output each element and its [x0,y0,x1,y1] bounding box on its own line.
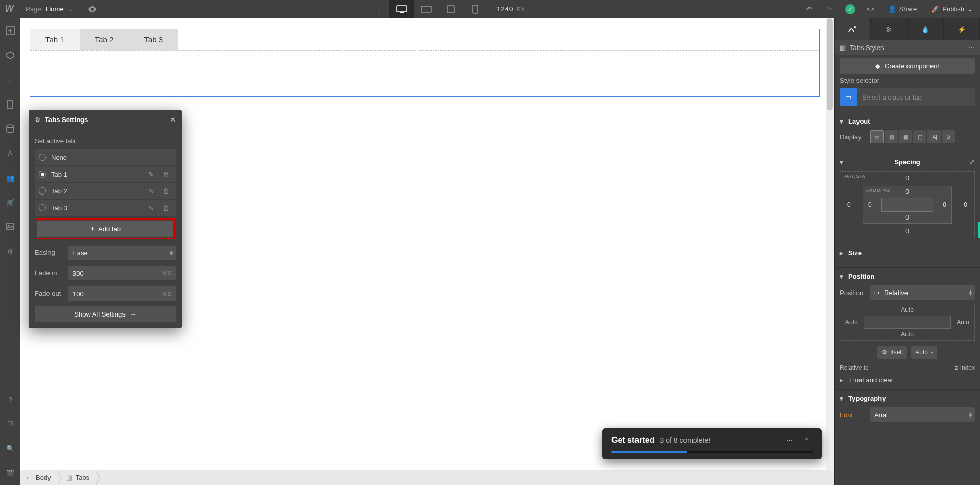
tab-link-3[interactable]: Tab 3 [129,29,178,50]
more-icon[interactable]: ⋮ [369,5,389,13]
active-tab-option-none[interactable]: None [35,149,176,165]
active-tab-option-1[interactable]: Tab 1 ✎ 🗑 [35,166,176,182]
active-tab-option-2[interactable]: Tab 2 ✎ 🗑 [35,183,176,199]
settings-icon[interactable]: ⚙ [0,239,20,263]
navigator-icon[interactable]: ≡ [0,67,20,92]
pages-icon[interactable] [0,92,20,116]
display-grid-icon[interactable]: ▦ [899,130,912,143]
padding-left-value[interactable]: 0 [868,201,872,208]
fade-out-input[interactable]: 100 MS [68,286,176,301]
webflow-logo-icon[interactable]: W [0,0,18,18]
preview-icon[interactable] [81,6,104,12]
position-select[interactable]: ↦ Relative ▴▾ [870,285,975,300]
section-heading-spacing[interactable]: Spacing [894,158,920,166]
help-icon[interactable]: ? [0,387,20,411]
device-desktop-icon[interactable] [389,0,414,18]
share-button[interactable]: 👤 Share [881,0,924,18]
show-all-settings-button[interactable]: Show All Settings → [35,306,176,322]
margin-bottom-value[interactable]: 0 [905,228,909,235]
size-section[interactable]: Size [835,244,980,267]
panel-tab-effects-icon[interactable]: ⚡ [944,18,980,40]
tab-content[interactable] [30,51,819,96]
cart-icon[interactable]: 🛒 [0,190,20,214]
offset-top[interactable]: Auto [901,306,914,313]
ecommerce-icon[interactable]: Å [0,141,20,165]
tabs-element[interactable]: Tab 1 Tab 2 Tab 3 [30,29,820,97]
panel-tab-interactions-icon[interactable]: 💧 [908,18,944,40]
offset-bottom[interactable]: Auto [901,331,914,338]
canvas-scrollbar[interactable] [826,18,834,485]
radio-icon[interactable] [39,204,46,211]
spacing-expand-icon[interactable]: ⤢ [969,158,975,166]
trash-icon[interactable]: 🗑 [161,171,172,178]
margin-left-value[interactable]: 0 [847,201,851,208]
undo-icon[interactable]: ↶ [799,0,820,18]
cms-icon[interactable] [0,116,20,141]
trash-icon[interactable]: 🗑 [161,187,172,195]
components-icon[interactable] [0,43,20,67]
section-heading-typography[interactable]: Typography [840,395,975,402]
margin-right-value[interactable]: 0 [964,201,967,208]
itself-button[interactable]: ⚙ Itself [877,346,907,359]
add-tab-button[interactable]: ＋ Add tab [37,221,173,237]
device-tablet-icon[interactable] [438,0,463,18]
publish-button[interactable]: 🚀 Publish ⌄ [924,0,980,18]
display-block-icon[interactable]: ▭ [870,130,884,143]
font-select[interactable]: Arial ▴▾ [870,407,975,422]
audit-icon[interactable]: ☑ [0,411,20,436]
tab-link-1[interactable]: Tab 1 [30,29,80,50]
edit-icon[interactable]: ✎ [146,204,156,212]
radio-icon[interactable] [39,171,46,178]
more-icon[interactable]: ⋯ [968,44,975,52]
close-icon[interactable]: ✕ [170,116,176,124]
padding-top-value[interactable]: 0 [905,188,909,196]
breadcrumb-tabs[interactable]: ▥Tabs [57,470,95,485]
panel-tab-settings-icon[interactable]: ⚙ [871,18,907,40]
redo-icon[interactable]: ↷ [820,0,840,18]
device-tablet-landscape-icon[interactable] [414,0,438,18]
tutorials-icon[interactable]: 🎬 [0,460,20,485]
display-flex-icon[interactable]: ▥ [885,130,898,143]
offset-right[interactable]: Auto [957,319,969,326]
device-mobile-icon[interactable] [463,0,487,18]
easing-select[interactable]: Ease ▴▾ [68,246,176,260]
class-selector-input[interactable]: ▭ Select a class or tag [840,88,975,106]
breadcrumb-body[interactable]: ▭Body [20,470,57,485]
collapse-icon[interactable]: ⌃ [801,436,813,444]
float-clear-label[interactable]: Float and clear [849,376,893,384]
position-offsets-editor[interactable]: Auto Auto Auto Auto [840,304,975,341]
status-saved-icon[interactable]: ✓ [845,4,855,14]
zindex-label[interactable]: z-Index [955,364,975,371]
section-heading-position[interactable]: Position [840,273,975,280]
radio-icon[interactable] [39,187,46,195]
padding-bottom-value[interactable]: 0 [905,214,909,221]
section-heading-layout[interactable]: Layout [840,117,975,125]
spacing-editor[interactable]: MARGIN 0 0 0 0 PADDING 0 0 0 0 [840,171,975,238]
edit-icon[interactable]: ✎ [146,171,156,178]
section-heading-size[interactable]: Size [840,249,975,257]
display-none-icon[interactable]: ⊘ [942,130,955,143]
fade-in-input[interactable]: 300 MS [68,266,176,280]
canvas-width-display[interactable]: 1240 PX [487,5,534,13]
padding-right-value[interactable]: 0 [943,201,946,208]
create-component-button[interactable]: ◆ Create component [840,58,975,74]
display-inline-icon[interactable]: |A| [927,130,941,143]
offset-left[interactable]: Auto [845,319,858,326]
trash-icon[interactable]: 🗑 [161,204,172,212]
auto-button[interactable]: Auto - [911,346,937,359]
tab-link-2[interactable]: Tab 2 [80,29,129,50]
panel-tab-style-icon[interactable] [835,18,871,40]
search-icon[interactable]: 🔍 [0,436,20,460]
scrollbar-thumb[interactable] [827,18,833,110]
more-icon[interactable]: ⋯ [783,436,796,444]
add-element-icon[interactable] [0,18,20,43]
assets-icon[interactable] [0,214,20,239]
export-code-icon[interactable]: <> [861,0,881,18]
edit-icon[interactable]: ✎ [146,187,156,195]
margin-top-value[interactable]: 0 [905,175,909,182]
active-tab-option-3[interactable]: Tab 3 ✎ 🗑 [35,200,176,216]
users-icon[interactable]: 👥 [0,165,20,190]
radio-icon[interactable] [39,154,46,161]
page-selector[interactable]: Page: Home ⌄ [18,0,81,18]
styles-row[interactable]: ▥ Tabs Styles ⋯ [835,40,980,55]
